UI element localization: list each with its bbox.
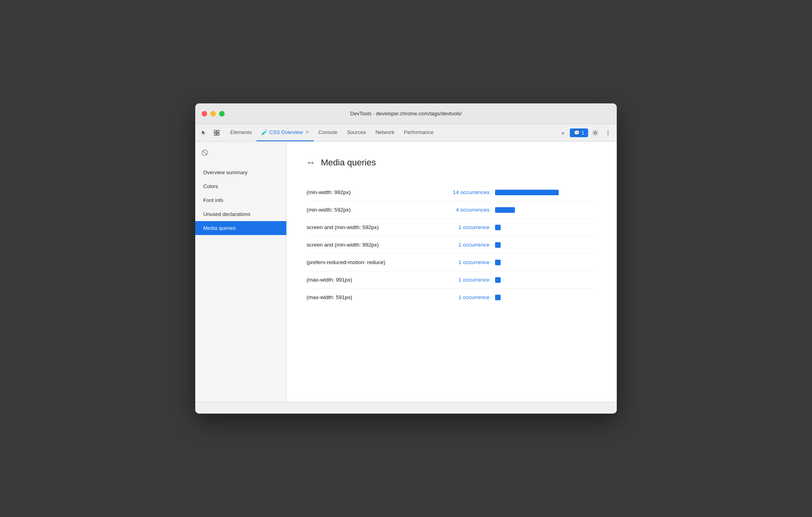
svg-point-5: [608, 130, 608, 131]
window-title: DevTools - developer.chrome.com/tags/dev…: [350, 111, 462, 117]
tab-close-icon[interactable]: ✕: [305, 130, 309, 135]
svg-rect-0: [214, 130, 216, 132]
page-header: ↔ Media queries: [307, 157, 597, 168]
settings-icon[interactable]: [590, 127, 601, 138]
table-row: (max-width: 591px)1 occurrence: [307, 289, 597, 306]
main-area: Overview summary Colors Font info Unused…: [195, 142, 617, 402]
mq-bar: [495, 260, 501, 265]
mq-bar-container: [495, 295, 501, 300]
mq-bar-container: [495, 225, 501, 230]
more-tabs-button[interactable]: »: [557, 127, 568, 138]
mq-bar: [495, 295, 501, 300]
tab-network[interactable]: Network: [371, 124, 399, 141]
tabbar-right: » 💬 1: [557, 124, 614, 141]
css-overview-icon: 🧪: [261, 129, 268, 135]
close-button[interactable]: [202, 111, 207, 117]
maximize-button[interactable]: [219, 111, 225, 117]
media-queries-list: (min-width: 992px)14 occurrences(min-wid…: [307, 184, 597, 306]
mq-bar-container: [495, 207, 515, 213]
mq-bar-container: [495, 277, 501, 283]
svg-rect-2: [214, 133, 216, 135]
mq-bar: [495, 225, 501, 230]
mq-bar: [495, 277, 501, 283]
page-title: Media queries: [321, 157, 376, 168]
svg-rect-3: [217, 133, 219, 135]
sidebar-item-font-info[interactable]: Font info: [195, 193, 286, 207]
mq-occurrence-count[interactable]: 4 occurrences: [434, 207, 490, 213]
mq-bar-container: [495, 242, 501, 248]
titlebar: DevTools - developer.chrome.com/tags/dev…: [195, 103, 617, 124]
bottombar: [195, 402, 617, 414]
cursor-icon[interactable]: [198, 127, 210, 138]
svg-point-4: [594, 132, 596, 134]
mq-query-text: (max-width: 991px): [307, 277, 434, 283]
table-row: screen and (min-width: 992px)1 occurrenc…: [307, 236, 597, 254]
feedback-button[interactable]: 💬 1: [570, 128, 588, 137]
media-queries-icon: ↔: [307, 157, 315, 168]
mq-occurrence-count[interactable]: 14 occurrences: [434, 189, 490, 195]
mq-occurrence-count[interactable]: 1 occurrence: [434, 294, 490, 300]
minimize-button[interactable]: [210, 111, 216, 117]
mq-query-text: screen and (min-width: 592px): [307, 224, 434, 230]
table-row: (prefers-reduced-motion: reduce)1 occurr…: [307, 254, 597, 271]
tab-elements[interactable]: Elements: [225, 124, 256, 141]
mq-query-text: (min-width: 992px): [307, 189, 434, 195]
tab-console[interactable]: Console: [314, 124, 342, 141]
tabbar: Elements 🧪 CSS Overview ✕ Console Source…: [195, 124, 617, 142]
no-icon: [200, 148, 210, 157]
svg-line-9: [203, 151, 207, 155]
table-row: (max-width: 991px)1 occurrence: [307, 271, 597, 289]
mq-bar: [495, 190, 559, 195]
svg-point-7: [608, 134, 608, 135]
sidebar-item-colors[interactable]: Colors: [195, 179, 286, 193]
mq-query-text: (prefers-reduced-motion: reduce): [307, 259, 434, 265]
mq-occurrence-count[interactable]: 1 occurrence: [434, 259, 490, 265]
mq-query-text: (min-width: 592px): [307, 207, 434, 213]
content-panel: ↔ Media queries (min-width: 992px)14 occ…: [287, 142, 617, 402]
sidebar-item-overview-summary[interactable]: Overview summary: [195, 165, 286, 179]
sidebar: Overview summary Colors Font info Unused…: [195, 142, 287, 402]
mq-occurrence-count[interactable]: 1 occurrence: [434, 277, 490, 283]
more-options-icon[interactable]: [602, 127, 614, 138]
tab-css-overview[interactable]: 🧪 CSS Overview ✕: [256, 124, 314, 141]
svg-rect-1: [217, 130, 219, 132]
traffic-lights: [202, 111, 225, 117]
table-row: screen and (min-width: 592px)1 occurrenc…: [307, 219, 597, 236]
table-row: (min-width: 992px)14 occurrences: [307, 184, 597, 201]
mq-bar-container: [495, 260, 501, 265]
tab-sources[interactable]: Sources: [342, 124, 371, 141]
sidebar-item-unused-declarations[interactable]: Unused declarations: [195, 207, 286, 221]
sidebar-nav: Overview summary Colors Font info Unused…: [195, 165, 286, 235]
mq-bar: [495, 207, 515, 213]
devtools-window: DevTools - developer.chrome.com/tags/dev…: [195, 103, 617, 414]
tab-performance[interactable]: Performance: [399, 124, 438, 141]
mq-occurrence-count[interactable]: 1 occurrence: [434, 224, 490, 230]
mq-occurrence-count[interactable]: 1 occurrence: [434, 242, 490, 248]
feedback-icon: 💬: [574, 130, 580, 136]
inspect-icon[interactable]: [211, 127, 222, 138]
mq-query-text: screen and (min-width: 992px): [307, 242, 434, 248]
devtools-icons: [198, 124, 222, 141]
mq-bar: [495, 242, 501, 248]
sidebar-top: [195, 145, 286, 161]
table-row: (min-width: 592px)4 occurrences: [307, 201, 597, 219]
mq-bar-container: [495, 190, 559, 195]
mq-query-text: (max-width: 591px): [307, 294, 434, 300]
sidebar-item-media-queries[interactable]: Media queries: [195, 221, 286, 235]
svg-point-6: [608, 132, 608, 133]
